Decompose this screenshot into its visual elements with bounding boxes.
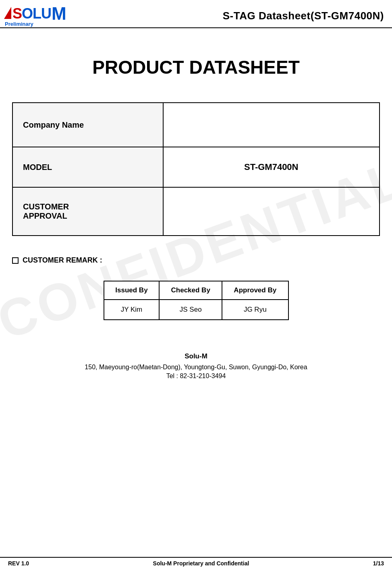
checked-by-header: Checked By bbox=[159, 281, 222, 300]
signature-container: Issued By Checked By Approved By JY Kim … bbox=[12, 281, 380, 320]
main-content: CONFIDENTIAL PRODUCT DATASHEET Company N… bbox=[0, 28, 392, 412]
approved-by-header: Approved By bbox=[222, 281, 288, 300]
issued-by-header: Issued By bbox=[104, 281, 160, 300]
bottom-proprietary: Solu-M Proprietary and Confidential bbox=[29, 560, 373, 567]
logo-solu-text: SOLU bbox=[12, 5, 51, 22]
table-row-approval: CUSTOMER APPROVAL bbox=[12, 187, 380, 236]
sig-value-row: JY Kim JS Seo JG Ryu bbox=[104, 300, 288, 320]
logo-area: SOLU M Preliminary bbox=[4, 5, 66, 27]
footer-address: 150, Maeyoung-ro(Maetan-Dong), Youngtong… bbox=[12, 364, 380, 371]
bottom-rev: REV 1.0 bbox=[8, 560, 29, 567]
approved-by-value: JG Ryu bbox=[222, 300, 288, 320]
table-row-model: MODEL ST-GM7400N bbox=[12, 147, 380, 187]
table-row-company: Company Name bbox=[12, 103, 380, 147]
product-title: PRODUCT DATASHEET bbox=[12, 56, 380, 78]
customer-remark-section: CUSTOMER REMARK : bbox=[12, 256, 380, 265]
remark-label: CUSTOMER REMARK : bbox=[23, 256, 102, 265]
preliminary-label: Preliminary bbox=[5, 21, 33, 27]
header-title: S-TAG Datasheet(ST-GM7400N) bbox=[223, 10, 384, 22]
company-name-value bbox=[163, 103, 380, 147]
model-value: ST-GM7400N bbox=[163, 147, 380, 187]
company-name-label: Company Name bbox=[12, 103, 163, 147]
sig-header-row: Issued By Checked By Approved By bbox=[104, 281, 288, 300]
issued-by-value: JY Kim bbox=[104, 300, 160, 320]
bottom-page: 1/13 bbox=[373, 560, 384, 567]
footer-tel: Tel : 82-31-210-3494 bbox=[12, 372, 380, 380]
customer-approval-value bbox=[163, 187, 380, 236]
logo-triangle-icon bbox=[4, 7, 11, 19]
checked-by-value: JS Seo bbox=[159, 300, 222, 320]
footer-company-name: Solu-M bbox=[12, 352, 380, 360]
model-label: MODEL bbox=[12, 147, 163, 187]
bottom-bar: REV 1.0 Solu-M Proprietary and Confident… bbox=[0, 557, 392, 569]
signature-table: Issued By Checked By Approved By JY Kim … bbox=[104, 281, 289, 320]
footer-info: Solu-M 150, Maeyoung-ro(Maetan-Dong), Yo… bbox=[12, 352, 380, 380]
page-header: SOLU M Preliminary S-TAG Datasheet(ST-GM… bbox=[0, 0, 392, 28]
remark-checkbox-icon bbox=[12, 257, 19, 264]
customer-approval-label: CUSTOMER APPROVAL bbox=[12, 187, 163, 236]
logo-m-text: M bbox=[52, 5, 66, 23]
info-table: Company Name MODEL ST-GM7400N CUSTOMER A… bbox=[12, 102, 380, 236]
